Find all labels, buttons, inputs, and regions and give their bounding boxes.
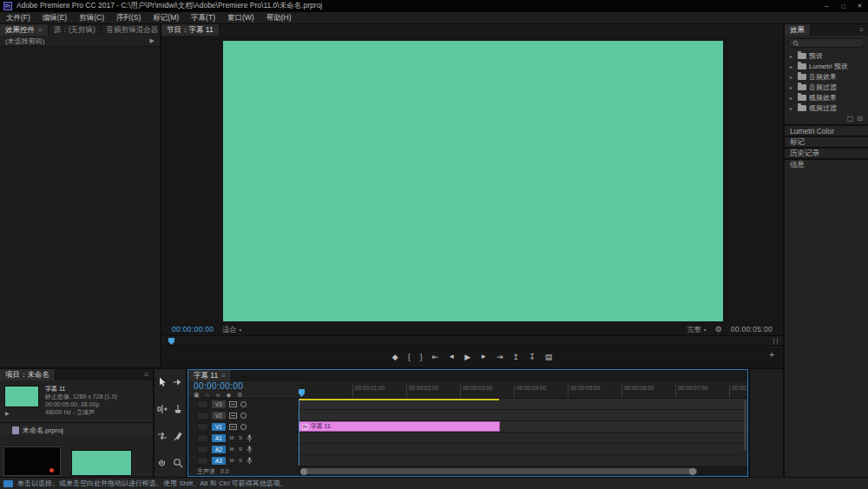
go-to-in-button[interactable]: ⇤ bbox=[432, 353, 439, 361]
step-back-button[interactable]: ◄ bbox=[448, 353, 455, 360]
slip-tool[interactable] bbox=[156, 431, 168, 442]
selection-tool[interactable] bbox=[156, 376, 168, 387]
monitor-settings-icon[interactable]: ⚙ bbox=[715, 325, 722, 334]
master-track-value[interactable]: 0.0 bbox=[220, 468, 229, 474]
tab-source-monitor[interactable]: 源：(无剪辑) bbox=[49, 24, 102, 36]
add-marker-button[interactable]: ◆ bbox=[392, 353, 398, 361]
twirl-icon[interactable]: ▸ bbox=[790, 74, 795, 80]
menu-edit[interactable]: 编辑(E) bbox=[36, 13, 73, 23]
zoom-handle-left[interactable] bbox=[300, 468, 307, 475]
fx-badge[interactable]: fx bbox=[302, 424, 308, 430]
track-lane[interactable] bbox=[299, 455, 747, 466]
media-thumbnail-sequence[interactable] bbox=[3, 446, 61, 476]
preview-thumbnail[interactable] bbox=[4, 386, 39, 407]
twirl-icon[interactable]: ▸ bbox=[790, 63, 795, 69]
track-target-badge[interactable]: V3 bbox=[212, 400, 226, 408]
toggle-track-output-icon[interactable] bbox=[240, 413, 247, 419]
timeline-view-toggle-icon[interactable]: ▶ bbox=[150, 37, 155, 44]
lift-button[interactable]: ↥ bbox=[513, 353, 520, 361]
twirl-icon[interactable]: ▸ bbox=[790, 53, 795, 59]
project-file-item[interactable]: 未命名.prproj bbox=[0, 425, 153, 435]
program-scrub-bar[interactable] bbox=[161, 335, 783, 346]
source-patch-toggle[interactable] bbox=[197, 423, 208, 431]
zoom-level-select[interactable]: 适合 ▾ bbox=[222, 325, 241, 334]
playback-resolution-select[interactable]: 完整 ▾ bbox=[687, 325, 707, 334]
panel-tab-history[interactable]: 历史记录 bbox=[785, 147, 868, 158]
toggle-track-output-icon[interactable] bbox=[240, 424, 247, 430]
button-editor-add-button[interactable]: + bbox=[769, 350, 774, 360]
hand-tool[interactable] bbox=[156, 458, 168, 469]
panel-menu-icon[interactable]: ≡ bbox=[859, 26, 864, 34]
source-patch-toggle[interactable] bbox=[197, 400, 208, 408]
sync-lock-icon[interactable] bbox=[229, 413, 237, 419]
mute-toggle[interactable]: M bbox=[229, 458, 234, 463]
timeline-timecode[interactable]: 00:00:00:00 bbox=[194, 382, 299, 391]
panel-tab-lumetri-color[interactable]: Lumetri Color bbox=[785, 124, 868, 135]
panel-tab-markers[interactable]: 标记 bbox=[785, 135, 868, 147]
new-custom-bin-icon[interactable]: ▢ bbox=[847, 115, 854, 122]
mute-toggle[interactable]: M bbox=[229, 446, 234, 452]
track-target-badge[interactable]: V1 bbox=[212, 423, 226, 431]
track-target-badge[interactable]: A2 bbox=[212, 446, 226, 453]
track-target-badge[interactable]: A3 bbox=[212, 457, 226, 465]
media-thumbnail-title[interactable] bbox=[71, 450, 132, 476]
effects-bin-audio-effects[interactable]: ▸ 音频效果 bbox=[785, 71, 868, 82]
extract-button[interactable]: ↧ bbox=[529, 353, 536, 361]
voiceover-mic-icon[interactable] bbox=[247, 434, 253, 442]
playhead-line[interactable] bbox=[299, 399, 299, 466]
track-select-forward-tool[interactable] bbox=[172, 376, 184, 387]
track-target-badge[interactable]: V2 bbox=[212, 412, 226, 420]
menu-help[interactable]: 帮助(H) bbox=[260, 13, 298, 23]
playhead-caret[interactable] bbox=[299, 389, 305, 397]
zoom-handle-right[interactable] bbox=[689, 468, 696, 475]
source-patch-toggle[interactable] bbox=[197, 446, 208, 453]
panel-menu-icon[interactable]: ≡ bbox=[221, 372, 226, 380]
timeline-clip-title[interactable]: fx 字幕 11 bbox=[299, 421, 500, 432]
track-lane[interactable]: fx 字幕 11 bbox=[299, 421, 747, 432]
timeline-vertical-scrollbar[interactable] bbox=[744, 400, 746, 450]
sync-lock-icon[interactable] bbox=[229, 424, 237, 430]
pen-tool[interactable] bbox=[172, 431, 184, 442]
minimize-button[interactable]: ─ bbox=[819, 0, 835, 12]
twirl-icon[interactable]: ▸ bbox=[790, 95, 795, 101]
playhead-marker[interactable] bbox=[168, 338, 174, 345]
menu-markers[interactable]: 标记(M) bbox=[147, 13, 185, 23]
mute-toggle[interactable]: M bbox=[229, 435, 234, 440]
tab-project[interactable]: 项目：未命名 bbox=[0, 369, 56, 380]
timeline-settings-icon[interactable]: ⚙ bbox=[237, 392, 242, 399]
panel-menu-icon[interactable]: ≡ bbox=[144, 371, 148, 379]
menu-window[interactable]: 窗口(W) bbox=[221, 13, 260, 23]
voiceover-mic-icon[interactable] bbox=[247, 457, 253, 465]
tab-program-monitor[interactable]: 节目：字幕 11 bbox=[161, 24, 220, 36]
nest-sequence-icon[interactable]: ▣ bbox=[194, 392, 200, 399]
export-frame-button[interactable]: ▤ bbox=[545, 353, 553, 361]
menu-titles[interactable]: 字幕(T) bbox=[185, 13, 221, 23]
tab-sequence[interactable]: 字幕 11 ≡ bbox=[188, 370, 232, 381]
tab-effect-controls[interactable]: 效果控件 ≡ bbox=[0, 24, 49, 36]
linked-selection-icon[interactable]: ∞ bbox=[216, 392, 220, 399]
mark-in-button[interactable]: { bbox=[408, 353, 411, 361]
track-lane[interactable] bbox=[299, 444, 747, 454]
effects-bin-video-transitions[interactable]: ▸ 视频过渡 bbox=[785, 102, 868, 113]
mark-out-button[interactable]: } bbox=[420, 353, 423, 361]
razor-tool[interactable] bbox=[172, 403, 184, 414]
maximize-button[interactable]: □ bbox=[835, 0, 852, 12]
zoom-tool[interactable] bbox=[172, 458, 184, 469]
source-patch-toggle[interactable] bbox=[197, 434, 208, 442]
sync-lock-icon[interactable] bbox=[229, 401, 237, 407]
twirl-icon[interactable]: ▸ bbox=[790, 84, 795, 90]
effects-bin-video-effects[interactable]: ▸ 视频效果 bbox=[785, 92, 868, 102]
source-patch-toggle[interactable] bbox=[197, 412, 208, 420]
effects-bin-lumetri-presets[interactable]: ▸ Lumetri 预设 bbox=[785, 61, 868, 71]
voiceover-mic-icon[interactable] bbox=[247, 446, 253, 453]
effects-bin-audio-transitions[interactable]: ▸ 音频过渡 bbox=[785, 82, 868, 92]
track-target-badge[interactable]: A1 bbox=[212, 434, 226, 442]
panel-tab-info[interactable]: 信息 bbox=[785, 158, 868, 169]
menu-file[interactable]: 文件(F) bbox=[0, 13, 36, 23]
panel-menu-icon[interactable]: ≡ bbox=[38, 26, 43, 34]
effects-bin-presets[interactable]: ▸ 预设 bbox=[785, 50, 868, 61]
menu-clip[interactable]: 剪辑(C) bbox=[73, 13, 110, 23]
step-forward-button[interactable]: ► bbox=[480, 353, 487, 360]
add-marker-icon[interactable]: ◆ bbox=[227, 392, 231, 399]
delete-bin-icon[interactable]: ⊟ bbox=[857, 115, 863, 122]
